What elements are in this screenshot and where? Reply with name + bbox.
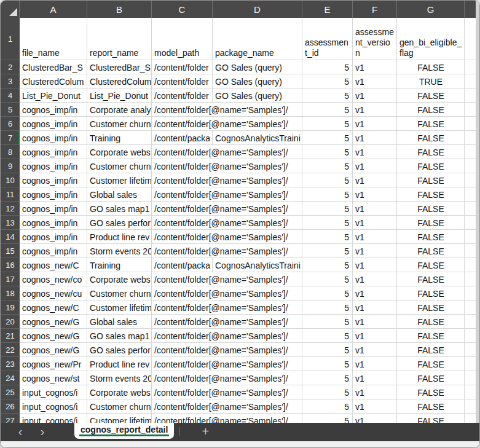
row-header[interactable]: 5 [1,103,20,117]
row-header[interactable]: 4 [1,88,20,103]
select-all-corner[interactable] [1,1,20,18]
cell[interactable]: /content/folder [152,74,213,88]
cell[interactable]: Product line rev [87,230,152,244]
cell[interactable]: Customer churn [87,286,152,301]
cell[interactable]: FALSE [397,385,465,399]
cell[interactable]: cognos_new/G [20,329,87,343]
cell[interactable]: /content/packa [152,258,213,272]
cell[interactable]: Customer lifetim [87,173,152,187]
row-header[interactable]: 7 [1,131,20,145]
row-header[interactable]: 13 [1,216,20,230]
cell[interactable]: model_path [152,18,213,60]
cell[interactable]: /content/folder[@name='Samples']/ [152,145,302,159]
row-header[interactable]: 8 [1,145,20,159]
row-header[interactable]: 1 [1,18,20,60]
cell[interactable]: FALSE [397,414,465,423]
cell[interactable]: Customer churn [87,399,152,414]
cell[interactable]: v1 [353,357,397,371]
cell[interactable]: 5 [302,117,353,131]
cell[interactable]: /content/folder[@name='Samples']/ [152,343,302,357]
cell[interactable]: v1 [353,187,397,202]
cell[interactable]: FALSE [397,301,465,315]
cell[interactable]: v1 [353,173,397,187]
row-header[interactable]: 2 [1,60,20,74]
cell[interactable]: /content/folder[@name='Samples']/ [152,357,302,371]
cell[interactable]: CognosAnalyticsTraini [213,258,302,272]
cell[interactable]: Global sales [87,187,152,202]
row-header[interactable]: 6 [1,117,20,131]
cell[interactable]: CognosAnalyticsTraini [213,131,302,145]
cell[interactable]: 5 [302,103,353,117]
add-sheet-button[interactable]: + [198,423,213,440]
cell[interactable]: /content/folder[@name='Samples']/ [152,301,302,315]
cell[interactable]: /content/folder[@name='Samples']/ [152,202,302,216]
next-sheet-button[interactable]: › [35,423,50,440]
cell[interactable]: Corporate webs [87,272,152,286]
cell[interactable]: FALSE [397,230,465,244]
cell[interactable]: cognos_new/Pr [20,357,87,371]
cell[interactable]: ClusteredBar_S [87,60,152,74]
row-header[interactable]: 16 [1,258,20,272]
cell[interactable]: ClusteredBar_S [20,60,87,74]
row-header[interactable]: 10 [1,173,20,187]
cell[interactable]: v1 [353,286,397,301]
cell[interactable]: /content/folder[@name='Samples']/ [152,216,302,230]
row-header[interactable]: 20 [1,315,20,329]
cell[interactable]: v1 [353,145,397,159]
cell[interactable]: Customer churn [87,159,152,173]
cell[interactable]: List_Pie_Donut [87,88,152,103]
cell[interactable]: cognos_new/cu [20,286,87,301]
cell[interactable]: cognos_imp/in [20,159,87,173]
vertical-scrollbar[interactable] [476,1,479,423]
cell[interactable]: report_name [87,18,152,60]
cell[interactable]: /content/folder[@name='Samples']/ [152,187,302,202]
cell[interactable]: cognos_new/C [20,301,87,315]
cell[interactable]: /content/folder[@name='Samples']/ [152,159,302,173]
cell[interactable]: /content/folder[@name='Samples']/ [152,272,302,286]
cell[interactable]: Training [87,131,152,145]
cell[interactable]: FALSE [397,159,465,173]
cell[interactable]: cognos_imp/in [20,230,87,244]
cell[interactable]: GO Sales (query) [213,88,302,103]
cell[interactable]: cognos_imp/in [20,117,87,131]
cell[interactable]: ClusteredColum [87,74,152,88]
cell[interactable]: v1 [353,258,397,272]
cell[interactable]: cognos_imp/in [20,244,87,258]
cell[interactable]: /content/folder[@name='Samples']/ [152,385,302,399]
cell[interactable]: input_cognos/i [20,399,87,414]
cell[interactable]: cognos_new/C [20,258,87,272]
cell[interactable]: /content/folder[@name='Samples']/ [152,414,302,423]
cell[interactable]: cognos_imp/in [20,187,87,202]
cell[interactable]: FALSE [397,173,465,187]
cell[interactable]: TRUE [397,74,465,88]
column-header-c[interactable]: C [152,1,213,18]
cell[interactable]: v1 [353,202,397,216]
cell[interactable]: FALSE [397,103,465,117]
cell[interactable]: Storm events 20 [87,371,152,385]
cell[interactable]: Corporate analy [87,103,152,117]
cell[interactable]: v1 [353,117,397,131]
cell[interactable]: 5 [302,399,353,414]
cell[interactable]: 5 [302,74,353,88]
cell[interactable]: cognos_new/co [20,272,87,286]
sheet-tab-active[interactable]: cognos_report_detail [74,423,174,439]
cell[interactable]: v1 [353,103,397,117]
cell[interactable]: Customer lifetim [87,301,152,315]
cell[interactable]: GO sales perfor [87,216,152,230]
cell[interactable]: 5 [302,60,353,74]
cell[interactable]: 5 [302,202,353,216]
cell[interactable]: GO sales perfor [87,343,152,357]
cell[interactable]: Storm events 20 [87,244,152,258]
row-header[interactable]: 14 [1,230,20,244]
cell[interactable]: /content/folder[@name='Samples']/ [152,103,302,117]
cell[interactable]: cognos_new/G [20,343,87,357]
cell[interactable]: cognos_imp/in [20,173,87,187]
cell[interactable]: v1 [353,74,397,88]
cell[interactable]: FALSE [397,131,465,145]
cell[interactable]: FALSE [397,315,465,329]
cell[interactable]: Corporate webs [87,385,152,399]
cell[interactable]: v1 [353,399,397,414]
cell[interactable]: FALSE [397,187,465,202]
cell[interactable]: FALSE [397,258,465,272]
row-header[interactable]: 23 [1,357,20,371]
